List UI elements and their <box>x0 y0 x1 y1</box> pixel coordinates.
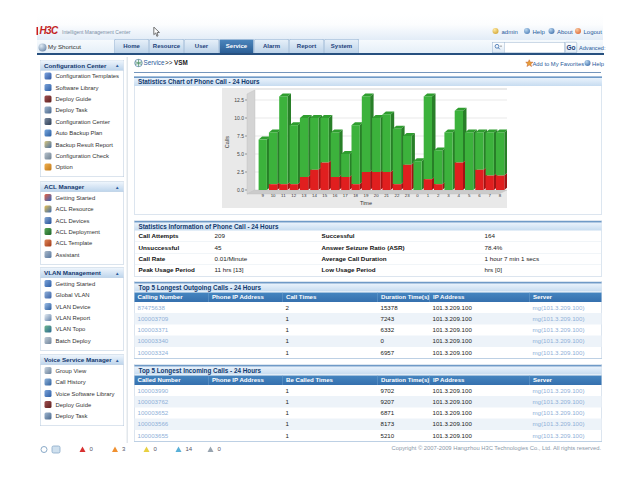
svg-text:10.0: 10.0 <box>234 115 244 121</box>
svg-text:10: 10 <box>271 193 276 198</box>
svg-text:5.0: 5.0 <box>237 151 244 157</box>
svg-text:11: 11 <box>281 193 286 198</box>
svg-text:13: 13 <box>302 193 307 198</box>
svg-text:Calls: Calls <box>224 136 230 148</box>
svg-text:19: 19 <box>364 193 369 198</box>
svg-text:0.0: 0.0 <box>237 187 244 193</box>
svg-text:16: 16 <box>333 193 338 198</box>
svg-text:20: 20 <box>374 193 379 198</box>
svg-text:7.5: 7.5 <box>237 133 244 139</box>
svg-text:22: 22 <box>394 193 399 198</box>
svg-text:17: 17 <box>343 193 348 198</box>
svg-text:21: 21 <box>384 193 389 198</box>
svg-text:2.5: 2.5 <box>237 169 244 175</box>
svg-text:12.5: 12.5 <box>234 97 244 103</box>
svg-text:14: 14 <box>312 193 317 198</box>
svg-text:23: 23 <box>405 193 410 198</box>
svg-text:12: 12 <box>291 193 296 198</box>
svg-text:Time: Time <box>360 200 372 206</box>
svg-text:18: 18 <box>353 193 358 198</box>
svg-text:15: 15 <box>322 193 327 198</box>
